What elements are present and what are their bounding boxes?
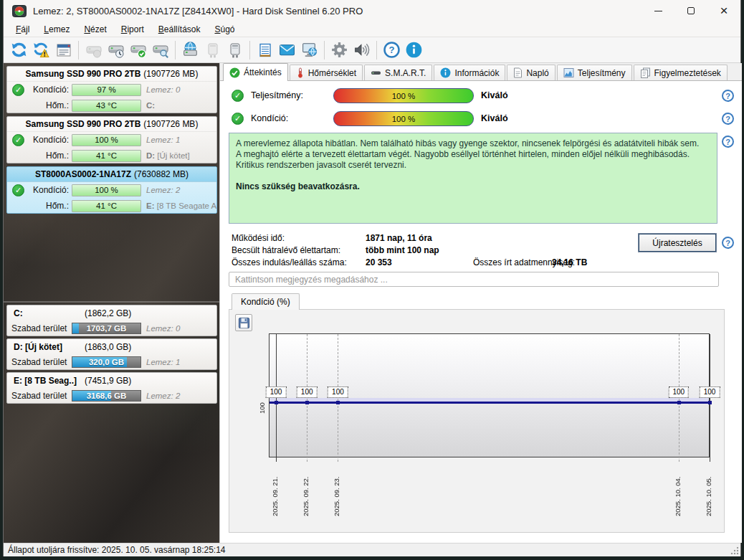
disk-size: (7630882 MB) xyxy=(134,169,189,179)
condition-label: Kondíció: xyxy=(17,135,69,145)
chart-x-tick-label: 2025. 09. 21. xyxy=(271,465,280,516)
condition-gauge: 100 % xyxy=(333,111,474,126)
disk-connector-disabled-button[interactable] xyxy=(201,39,224,61)
tab-overview[interactable]: Áttekintés xyxy=(223,63,288,81)
minimize-button[interactable] xyxy=(642,0,674,22)
tab-label: Áttekintés xyxy=(244,67,282,77)
mail-icon xyxy=(278,41,296,59)
settings-button[interactable] xyxy=(328,39,350,61)
menu-help[interactable]: Súgó xyxy=(208,23,241,36)
temperature-row: Hőm.: 43 °C C: xyxy=(7,98,216,113)
tab-performance[interactable]: Teljesítmény xyxy=(557,65,632,80)
temperature-row: Hőm.: 41 °C D: [Új kötet] xyxy=(7,148,216,163)
toolbar: ? xyxy=(4,37,740,63)
refresh-warning-button[interactable] xyxy=(30,39,52,61)
disk-index-label: Lemez: 1 xyxy=(146,358,180,366)
tab-temperature[interactable]: Hőmérséklet xyxy=(290,65,363,80)
chart-tab-condition[interactable]: Kondíció (%) xyxy=(232,293,300,310)
partition-name: D: [Új kötet] xyxy=(14,342,62,352)
start-stop-count-label: Összes indulás/leállás száma: xyxy=(232,257,347,267)
chart-point-label: 100 xyxy=(266,386,287,398)
partition-size: (1863,0 GB) xyxy=(85,342,131,352)
tab-log[interactable]: Napló xyxy=(507,65,555,80)
temperature-label: Hőm.: xyxy=(17,201,69,211)
partition-tile-d[interactable]: D: [Új kötet] (1863,0 GB) Szabad terület… xyxy=(6,338,217,370)
free-space-row: Szabad terület 320,0 GB Lemez: 1 xyxy=(7,354,216,370)
chart-gridline xyxy=(276,334,277,462)
status-help-icon[interactable] xyxy=(722,136,734,148)
mail-button[interactable] xyxy=(276,39,298,61)
start-stop-count-value: 20 353 xyxy=(366,257,392,267)
chart-x-tick-label: 2025. 10. 04. xyxy=(674,465,683,516)
menu-disk[interactable]: Lemez xyxy=(37,23,76,36)
disk-name: Samsung SSD 990 PRO 2TB xyxy=(26,69,141,79)
status-line: A merevlemez állapota hibátlan. Nem talá… xyxy=(236,138,710,149)
disk-disabled-button[interactable] xyxy=(82,39,105,61)
chart-point-label: 100 xyxy=(297,386,318,398)
window-title: Lemez: 2, ST8000AS0002-1NA17Z [Z8414XW0]… xyxy=(33,6,363,16)
report-button[interactable] xyxy=(52,39,75,61)
tabstrip: Áttekintés Hőmérséklet S.M.A.R.T. Inform… xyxy=(220,63,742,81)
sounds-button[interactable] xyxy=(350,39,373,61)
info-button[interactable] xyxy=(403,39,425,61)
disk-accept-button[interactable] xyxy=(127,39,149,61)
partition-tile-e[interactable]: E: [8 TB Seag..] (7451,9 GB) Szabad terü… xyxy=(6,372,217,404)
toolbar-separator xyxy=(324,41,325,60)
maximize-button[interactable] xyxy=(674,0,707,22)
temperature-bar: 41 °C xyxy=(72,150,141,162)
disk-tile-1[interactable]: Samsung SSD 990 PRO 2TB (1907726 MB) Kon… xyxy=(6,116,217,163)
menu-report[interactable]: Riport xyxy=(115,23,151,36)
disk-clock-icon xyxy=(108,42,125,59)
tab-information[interactable]: Információk xyxy=(434,65,505,80)
disk-tile-2-selected[interactable]: ST8000AS0002-1NA17Z (7630882 MB) Kondíci… xyxy=(6,166,217,214)
power-on-time-label: Működési idő: xyxy=(232,233,285,243)
resize-grip[interactable] xyxy=(730,546,739,555)
comment-input[interactable] xyxy=(229,272,719,287)
toolbar-separator xyxy=(175,41,176,60)
performance-ok-icon xyxy=(232,90,244,102)
chart-y-tick-label: 100 xyxy=(258,392,267,414)
info-circle-icon xyxy=(440,67,451,78)
disk-clock-button[interactable] xyxy=(105,39,127,61)
disk-search-button[interactable] xyxy=(149,39,171,61)
refresh-button[interactable] xyxy=(8,39,30,61)
menu-settings[interactable]: Beállítások xyxy=(152,23,207,36)
disk-network-button[interactable] xyxy=(179,39,201,61)
condition-help-icon[interactable] xyxy=(722,113,734,125)
help-button[interactable]: ? xyxy=(381,39,403,61)
performance-gauge: 100 % xyxy=(333,88,474,103)
partition-header: E: [8 TB Seag..] (7451,9 GB) xyxy=(7,373,216,388)
notes-button[interactable] xyxy=(254,39,276,61)
temperature-row: Hőm.: 41 °C E: [8 TB Seagate Arch xyxy=(7,198,216,214)
tab-smart[interactable]: S.M.A.R.T. xyxy=(364,65,432,80)
app-icon[interactable] xyxy=(12,5,27,17)
network-status-button[interactable] xyxy=(298,39,320,61)
disk-icon xyxy=(371,67,381,78)
disk-tile-0[interactable]: Samsung SSD 990 PRO 2TB (1907726 MB) Kon… xyxy=(6,66,217,113)
sidebar-splitter[interactable] xyxy=(4,301,219,303)
disk-connector-button[interactable] xyxy=(224,39,246,61)
drive-label: E: [8 TB Seagate Arch xyxy=(146,201,217,210)
refresh-warning-icon xyxy=(32,41,50,59)
minimize-icon xyxy=(654,11,662,11)
close-button[interactable] xyxy=(707,0,740,22)
partition-tile-c[interactable]: C: (1862,2 GB) Szabad terület 1703,7 GB … xyxy=(6,305,217,336)
lifetime-remaining-label: Becsült hátralévő élettartam: xyxy=(232,245,340,255)
overview-content: Teljesítmény: 100 % Kiváló Kondíció: 100… xyxy=(220,81,742,543)
chart-save-button[interactable] xyxy=(235,314,252,331)
sounds-icon xyxy=(353,41,371,59)
settings-icon xyxy=(330,41,348,59)
free-space-row: Szabad terület 1703,7 GB Lemez: 0 xyxy=(7,321,216,336)
menu-view[interactable]: Nézet xyxy=(77,23,113,36)
disk-size: (1907726 MB) xyxy=(143,119,198,129)
retest-help-icon[interactable] xyxy=(722,237,734,249)
status-line: Kritikus rendszerben javasolt cserét ter… xyxy=(236,160,710,171)
menu-file[interactable]: Fájl xyxy=(9,23,36,36)
retest-button[interactable]: Újratesztelés xyxy=(639,234,716,252)
disk-size: (1907726 MB) xyxy=(143,69,198,79)
app-window: Lemez: 2, ST8000AS0002-1NA17Z [Z8414XW0]… xyxy=(3,0,741,556)
chart-gridline xyxy=(307,334,307,462)
maximize-icon xyxy=(687,7,695,14)
performance-help-icon[interactable] xyxy=(722,90,734,102)
tab-alerts[interactable]: Figyelmeztetések xyxy=(634,65,728,80)
